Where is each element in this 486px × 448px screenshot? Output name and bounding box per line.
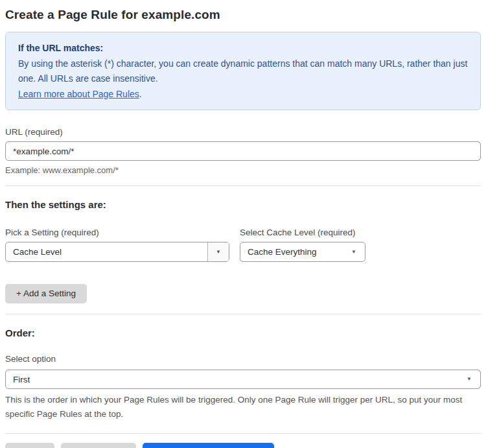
url-example-helper: Example: www.example.com/* [5,165,481,175]
order-section-heading: Order: [5,327,481,338]
create-page-rule-form: Create a Page Rule for example.com If th… [0,0,486,448]
url-field-group: URL (required) Example: www.example.com/… [5,127,481,175]
save-and-deploy-button[interactable]: Save and Deploy Page Rule [143,443,275,448]
setting-picker-value: Cache Level [6,247,207,257]
setting-picker-arrow-box[interactable]: ▼ [207,242,229,261]
info-box-link-line: Learn more about Page Rules. [18,87,468,102]
cancel-button[interactable]: Cancel [5,443,54,448]
info-box-heading: If the URL matches: [18,41,468,56]
cache-level-picker-group: Select Cache Level (required) Cache Ever… [240,228,365,262]
cache-level-select[interactable]: Cache Everything ▼ [240,242,365,262]
order-select-label: Select option [5,354,481,364]
setting-picker-select[interactable]: Cache Level ▼ [5,242,229,262]
divider [5,185,481,186]
order-select-value: First [6,375,467,384]
order-helper-text: This is the order in which your Page Rul… [5,393,481,421]
settings-section-heading: Then the settings are: [5,199,481,210]
page-title: Create a Page Rule for example.com [5,8,481,22]
save-as-draft-button[interactable]: Save as Draft [61,443,136,448]
form-actions: Cancel Save as Draft Save and Deploy Pag… [5,443,481,448]
chevron-down-icon: ▼ [216,250,221,255]
chevron-down-icon: ▼ [351,250,365,255]
url-input[interactable] [5,141,481,161]
link-period: . [139,89,142,99]
cache-level-picker-label: Select Cache Level (required) [240,228,365,237]
settings-row: Pick a Setting (required) Cache Level ▼ … [5,228,481,262]
setting-picker-label: Pick a Setting (required) [5,228,229,237]
add-setting-button[interactable]: + Add a Setting [5,284,87,303]
order-select[interactable]: First ▼ [5,370,481,389]
divider [5,433,481,434]
url-match-info-box: If the URL matches: By using the asteris… [5,32,481,110]
info-box-body: By using the asterisk (*) character, you… [18,56,468,87]
learn-more-link[interactable]: Learn more about Page Rules [18,89,139,99]
setting-picker-group: Pick a Setting (required) Cache Level ▼ [5,228,229,262]
url-field-label: URL (required) [5,127,481,137]
chevron-down-icon: ▼ [467,377,480,382]
divider [5,314,481,314]
cache-level-value: Cache Everything [240,247,351,257]
